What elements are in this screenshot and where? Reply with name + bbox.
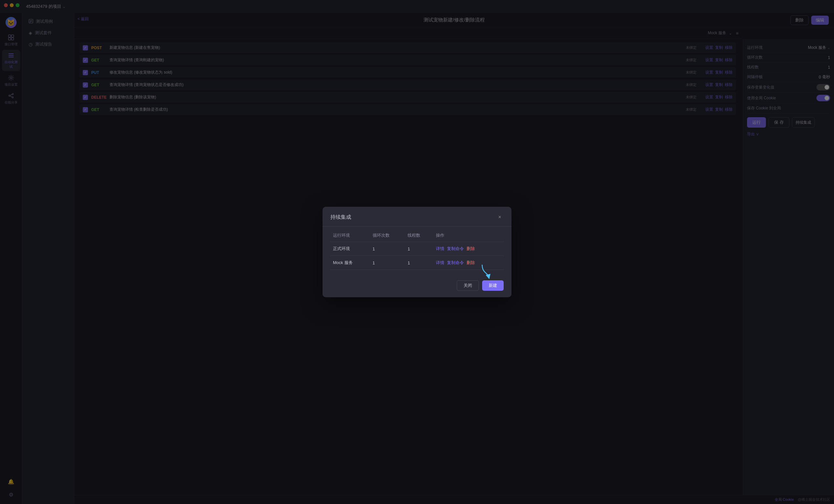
modal-title: 持续集成 xyxy=(330,214,351,221)
modal-body: 运行环境 循环次数 线程数 操作 正式环境 1 1 详情 xyxy=(323,229,417,252)
col-header-env: 运行环境 xyxy=(330,229,370,242)
modal-table: 运行环境 循环次数 线程数 操作 正式环境 1 1 详情 xyxy=(330,229,417,252)
ci-modal: 持续集成 × 运行环境 循环次数 线程数 操作 正式环境 1 1 xyxy=(323,207,417,252)
row-loops: 1 xyxy=(370,242,405,252)
modal-header: 持续集成 × xyxy=(323,207,417,227)
col-header-threads: 线程数 xyxy=(405,229,417,242)
col-header-loops: 循环次数 xyxy=(370,229,405,242)
modal-backdrop: 持续集成 × 运行环境 循环次数 线程数 操作 正式环境 1 1 xyxy=(0,0,417,252)
row-env: 正式环境 xyxy=(330,242,370,252)
row-threads: 1 xyxy=(405,242,417,252)
modal-table-row: 正式环境 1 1 详情 复制命令 删除 xyxy=(330,242,417,252)
